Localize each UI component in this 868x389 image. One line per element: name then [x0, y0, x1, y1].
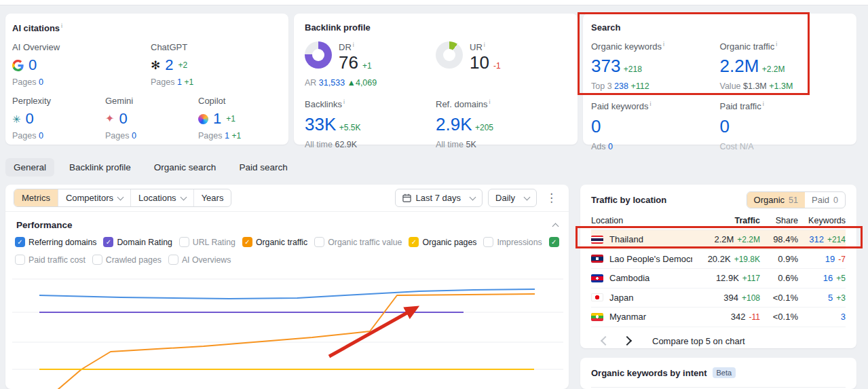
dr-donut-icon [305, 41, 332, 69]
toggle-organic[interactable]: Organic51 [747, 192, 805, 208]
location-row-laos[interactable]: Lao People's Democratic Reput20.2K+19.8K… [591, 250, 846, 270]
metric-toggles-row-1: ✓Referring domains✓Domain RatingURL Rati… [15, 237, 559, 247]
info-icon[interactable]: i [484, 41, 485, 48]
metric-label: AI Overview [12, 42, 151, 52]
metric-toggle-ai-overviews[interactable]: AI Overviews [168, 255, 231, 265]
paid-traffic-metric: Paid traffici 0 Cost N/A [720, 100, 849, 151]
dr-delta: +1 [362, 61, 372, 71]
metric-toggle-referring-domains[interactable]: ✓Referring domains [15, 237, 96, 247]
unchecked-checkbox-icon [179, 237, 189, 247]
next-page-icon[interactable] [622, 336, 632, 346]
beta-badge: Beta [713, 367, 736, 378]
location-row-cambodia[interactable]: Cambodia12.9K+1170.6%16+5 [591, 269, 846, 289]
location-name: Japan [609, 293, 633, 303]
metric-toggle-domain-rating[interactable]: ✓Domain Rating [103, 237, 172, 247]
metric-toggle-label: Domain Rating [117, 238, 172, 247]
metric-toggle-impressions[interactable]: Impressions [483, 237, 542, 247]
tab-organic-search[interactable]: Organic search [146, 158, 225, 177]
pages-line: Pages 1 +1 [151, 77, 193, 87]
backlink-profile-card: Backlink profile DRi 76 +1 AR 31,533 ▲4,… [294, 14, 578, 145]
top-strip [0, 0, 868, 5]
col-keywords[interactable]: Keywords [798, 216, 846, 225]
filter-metrics[interactable]: Metrics [14, 189, 58, 206]
col-traffic[interactable]: Traffic [692, 216, 760, 225]
traffic-value: 20.2K+19.8K [692, 254, 760, 264]
tab-paid-search[interactable]: Paid search [231, 158, 295, 177]
traffic-value: 12.9K+117 [692, 273, 760, 283]
keywords-value[interactable]: 312+214 [798, 234, 846, 244]
col-location[interactable]: Location [591, 216, 692, 225]
filter-years[interactable]: Years [193, 189, 231, 206]
info-icon[interactable]: i [663, 41, 664, 48]
date-range-button[interactable]: Last 7 days [395, 189, 483, 207]
metric-label: Paid traffici [720, 100, 849, 111]
metric-toggle-organic-traffic-value[interactable]: Organic traffic value [314, 237, 402, 247]
checked-checkbox-icon: ✓ [242, 237, 252, 247]
more-options-icon[interactable]: ⋮ [542, 192, 561, 204]
location-row-thailand[interactable]: Thailand2.2M+2.2M98.4%312+214 [591, 230, 846, 250]
top3-line: Top 3 238 +112 [591, 81, 720, 91]
perplexity-metric: Perplexity ✳ 0 Pages 0 [12, 96, 105, 141]
tab-general[interactable]: General [5, 158, 54, 177]
keywords-value[interactable]: 5+3 [798, 293, 846, 303]
filter-competitors[interactable]: Competitors [58, 189, 130, 206]
chevron-down-icon [180, 193, 187, 200]
alltime-line: All time 5K [436, 140, 567, 149]
pages-line: Pages 0 [12, 131, 105, 141]
info-icon[interactable]: i [61, 22, 62, 29]
metric-value: 1 [213, 110, 221, 128]
paid-traffic-value[interactable]: 0 [720, 116, 730, 137]
keywords-value[interactable]: 19-7 [798, 254, 846, 264]
col-share[interactable]: Share [760, 216, 798, 225]
prev-page-icon[interactable] [601, 336, 610, 346]
metric-toggle-paid-traffic[interactable]: ✓Paid traffic [549, 237, 559, 247]
ref-domains-value[interactable]: 2.9K [436, 114, 472, 135]
info-icon[interactable]: i [650, 100, 652, 107]
section-tabs: General Backlink profile Organic search … [5, 158, 296, 177]
info-icon[interactable]: i [763, 100, 764, 107]
organic-keywords-value[interactable]: 373 [591, 56, 620, 77]
metric-toggle-label: Organic traffic value [328, 238, 402, 247]
metric-toggle-url-rating[interactable]: URL Rating [179, 237, 235, 247]
ai-citations-card: AI citationsi AI Overview 0 Pages 0 Chat… [5, 14, 288, 145]
perplexity-icon: ✳ [12, 114, 21, 124]
filter-locations[interactable]: Locations [130, 189, 193, 206]
info-icon[interactable]: i [343, 98, 345, 105]
metric-toggle-crawled-pages[interactable]: Crawled pages [92, 255, 162, 265]
metric-toggle-organic-traffic[interactable]: ✓Organic traffic [242, 237, 307, 247]
traffic-value: 342-11 [692, 312, 760, 322]
unchecked-checkbox-icon [92, 255, 102, 265]
paid-keywords-value[interactable]: 0 [591, 116, 601, 137]
compare-top5-link[interactable]: Compare top 5 on chart [652, 336, 745, 346]
keywords-value[interactable]: 16+5 [798, 273, 846, 283]
location-row-myanmar[interactable]: Myanmar342-11<0.1%3 [591, 308, 846, 327]
search-card: Search Organic keywordsi 373 +218 Top 3 … [583, 14, 856, 145]
traffic-by-location-card: Traffic by location Organic51 Paid0 Loca… [580, 185, 856, 348]
metric-toggle-label: Referring domains [29, 238, 96, 247]
unchecked-checkbox-icon [168, 255, 178, 265]
info-icon[interactable]: i [489, 98, 491, 105]
backlinks-value[interactable]: 33K [305, 114, 336, 135]
tab-backlink-profile[interactable]: Backlink profile [61, 158, 139, 177]
info-icon[interactable]: i [353, 41, 354, 48]
toggle-paid[interactable]: Paid0 [805, 192, 845, 208]
organic-traffic-metric: Organic traffici 2.2M +2.2M Value $1.3M … [720, 41, 849, 91]
metric-toggle-paid-traffic-cost[interactable]: Paid traffic cost [15, 255, 86, 265]
keywords-value[interactable]: 3 [798, 312, 846, 322]
traffic-by-location-title: Traffic by location [591, 195, 666, 205]
ar-line: AR 31,533 ▲4,069 [305, 78, 436, 88]
ref-domains-metric: Ref. domainsi 2.9K +205 All time 5K [436, 98, 567, 149]
location-row-japan[interactable]: Japan394+108<0.1%5+3 [591, 289, 846, 308]
granularity-button[interactable]: Daily [488, 189, 537, 207]
collapse-section-icon[interactable] [552, 223, 559, 229]
chevron-down-icon [117, 193, 124, 200]
pagination: Compare top 5 on chart [602, 329, 835, 354]
metric-toggle-organic-pages[interactable]: ✓Organic pages [409, 237, 476, 247]
flag-japan-icon [591, 293, 603, 301]
series-referring-domains [39, 289, 535, 299]
organic-traffic-value[interactable]: 2.2M [720, 56, 759, 77]
chevron-down-icon [470, 193, 476, 200]
info-icon[interactable]: i [776, 41, 777, 48]
metric-toggle-label: URL Rating [193, 238, 235, 247]
performance-panel: Metrics Competitors Locations Years Last… [5, 185, 569, 389]
